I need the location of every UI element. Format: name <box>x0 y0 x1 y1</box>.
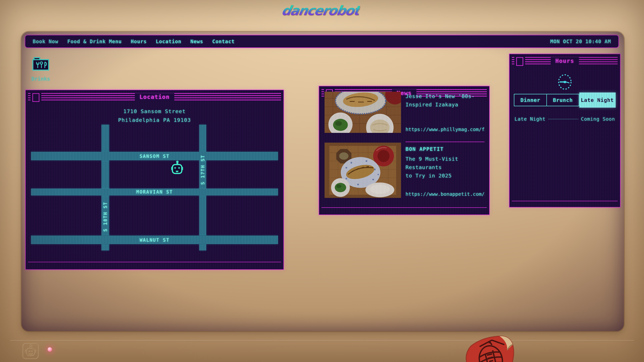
news-item-1-link[interactable]: https://www.phillymag.com/f… <box>406 126 485 132</box>
hours-window-footer-line <box>512 201 618 201</box>
desktop-icon-drinks[interactable]: Drinks <box>28 56 53 82</box>
tab-brunch[interactable]: Brunch <box>547 94 580 106</box>
drinks-icon-label: Drinks <box>28 76 53 82</box>
hours-window-title: Hours <box>550 57 579 64</box>
news-window-footer-line <box>322 207 487 208</box>
hours-tabs: Dinner Brunch Late Night <box>514 94 616 109</box>
monitor-bezel: { "brand": { "logo_text": "dancerobot" }… <box>0 0 644 362</box>
news-item-2-headline-line2: to Try in 2025 <box>406 171 485 180</box>
street-label-sansom: SANSOM ST <box>26 153 284 159</box>
menu-item-food-drink-menu[interactable]: Food & Drink Menu <box>68 38 122 44</box>
tab-late-night[interactable]: Late Night <box>579 92 616 108</box>
menu-item-contact[interactable]: Contact <box>212 38 234 44</box>
schedule-value: Coming Soon <box>581 116 615 122</box>
news-item-1-photo <box>324 92 401 133</box>
news-item-1-headline-line2: Inspired Izakaya <box>406 100 485 109</box>
news-item-1-headline-line1: Jesse Ito's New '80s- <box>406 92 485 100</box>
hours-titlebar[interactable]: Hours <box>512 56 618 66</box>
street-label-18th: S 18TH ST <box>103 202 108 232</box>
location-window-footer-line <box>28 262 281 262</box>
news-item-2-photo <box>324 143 401 198</box>
address-line-1: 1710 Sansom Street <box>26 108 284 114</box>
menu-bar: Book Now Food & Drink Menu Hours Locatio… <box>25 35 619 48</box>
menu-item-hours[interactable]: Hours <box>131 38 147 44</box>
address-line-2: Philadelphia PA 19103 <box>26 117 284 123</box>
news-item-1-headline: Jesse Ito's New '80s- Inspired Izakaya <box>406 92 485 109</box>
izakaya-lantern-sticker <box>464 335 531 362</box>
news-window: News <box>319 86 490 215</box>
robot-map-marker-icon <box>169 160 185 175</box>
location-window-title: Location <box>135 93 174 100</box>
hours-window: Hours Dinner Brunch Late Night Late Nigh… <box>509 54 620 207</box>
menu-datetime: MON OCT 20 10:40 AM <box>550 38 611 44</box>
street-label-17th: S 17TH ST <box>200 155 206 185</box>
news-item-2-source: BON APPETIT <box>406 146 444 152</box>
crt-screen: Book Now Food & Drink Menu Hours Locatio… <box>22 32 624 331</box>
drinks-folder-icon <box>32 68 50 71</box>
news-items-separator <box>406 142 484 142</box>
news-item-2-headline: The 9 Must-Visit Restaurants to Try in 2… <box>406 155 485 180</box>
street-label-walnut: WALNUT ST <box>26 237 284 243</box>
hours-close-box[interactable] <box>516 57 523 66</box>
menu-item-book-now[interactable]: Book Now <box>33 38 58 44</box>
street-label-moravian: MORAVIAN ST <box>26 189 284 195</box>
location-window: Location 1710 Sansom Street Philadelphia… <box>25 90 284 270</box>
menu-item-location[interactable]: Location <box>156 38 182 44</box>
tab-dinner[interactable]: Dinner <box>514 94 547 106</box>
news-item-2-link[interactable]: https://www.bonappetit.com/… <box>406 191 485 197</box>
power-led <box>48 347 52 352</box>
map-road-17th-st <box>199 124 206 251</box>
schedule-row: Late Night Coming Soon <box>514 116 615 122</box>
schedule-dotted-leader <box>548 119 578 119</box>
embossed-robot-logo <box>22 342 39 360</box>
bezel-seam <box>10 340 634 341</box>
brand-logo: dancerobot <box>280 3 360 18</box>
clock-icon <box>558 74 572 91</box>
location-close-box[interactable] <box>32 93 40 102</box>
menu-item-news[interactable]: News <box>190 38 203 44</box>
news-item-2-headline-line1: The 9 Must-Visit Restaurants <box>406 155 485 171</box>
location-titlebar[interactable]: Location <box>28 92 281 102</box>
schedule-label: Late Night <box>514 116 546 122</box>
